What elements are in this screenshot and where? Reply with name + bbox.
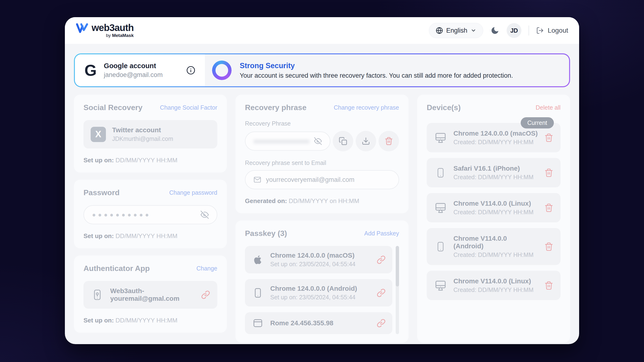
trash-icon[interactable] (544, 203, 553, 212)
recovery-phrase-field[interactable]: xxxxxxxxxxxxxxxxxx (245, 132, 330, 151)
recovery-phrase-label: Recovery Phrase (245, 120, 399, 127)
devices-title: Device(s) (427, 103, 460, 112)
provider-title: Google account (104, 62, 179, 70)
device-item: Chrome V114.0.0 (Linux) Created: DD/MM/Y… (427, 271, 560, 300)
delete-all-link[interactable]: Delete all (536, 104, 560, 111)
security-banner: G Google account janedoe@gmail.com Stro (74, 53, 570, 87)
content-area: G Google account janedoe@gmail.com Stro (65, 44, 579, 344)
x-twitter-icon: X (91, 127, 106, 142)
header: web3auth by MetaMask English (65, 17, 579, 44)
device-item: Safari V16.1 (iPhone) Created: DD/MM/YYY… (427, 158, 560, 187)
passkey-item: Chrome 124.0.0.0 (macOS) Set up on: 23/0… (245, 246, 392, 273)
passkey-scrollbar[interactable] (396, 246, 399, 334)
password-masked-value: ●●●●●●●●●● (92, 212, 196, 218)
trash-icon[interactable] (544, 168, 553, 177)
logout-icon (536, 27, 544, 34)
logout-label: Logout (548, 27, 568, 34)
google-icon: G (84, 62, 96, 78)
info-icon[interactable] (186, 66, 195, 75)
web3auth-logo-icon (76, 23, 88, 33)
desktop-icon (434, 132, 447, 144)
recovery-email-value: yourrecoveryemail@gmail.com (266, 176, 354, 184)
passkey-card: Passkey (3) Add Passkey (236, 220, 408, 343)
desktop-icon (434, 202, 447, 214)
apple-icon (252, 254, 264, 265)
passkey-item: Rome 24.456.355.98 (245, 312, 392, 334)
recovery-phrase-card: Recovery phrase Change recovery phrase R… (236, 95, 408, 213)
recovery-email-label: Recovery phrase sent to Email (245, 159, 399, 166)
devices-list: Current Chrome 124.0.0.0 (macOS) Created… (427, 123, 560, 300)
security-title: Strong Security (240, 61, 513, 70)
generated-on: Generated on: DD/MM/YYYY on HH:MM (245, 197, 399, 205)
provider-section: G Google account janedoe@gmail.com (75, 54, 205, 86)
dark-mode-toggle[interactable] (490, 26, 500, 35)
phone-icon (434, 168, 447, 178)
web3auth-logo: web3auth by MetaMask (76, 23, 134, 38)
avatar[interactable]: JD (506, 23, 522, 38)
password-card: Password Change password ●●●●●●●●●● (74, 180, 227, 248)
current-device-badge: Current (521, 117, 554, 128)
passkey-list: Chrome 124.0.0.0 (macOS) Set up on: 23/0… (245, 246, 392, 334)
change-password-link[interactable]: Change password (169, 189, 217, 196)
twitter-account-title: Twitter account (112, 126, 210, 134)
trash-icon[interactable] (544, 133, 553, 142)
download-phrase-button[interactable] (356, 131, 376, 151)
twitter-account-email: JDKmurthi@gmail.com (112, 135, 210, 142)
authenticator-title: Authenticator App (84, 264, 150, 273)
scrollbar-thumb[interactable] (396, 246, 399, 287)
device-item: Chrome V114.0.0 (Linux) Created: DD/MM/Y… (427, 193, 560, 222)
add-passkey-link[interactable]: Add Passkey (364, 230, 399, 237)
desktop-icon (434, 279, 447, 292)
authenticator-item: Web3auth-youremail@gmal.com (84, 281, 217, 309)
language-label: English (446, 27, 468, 34)
logo-name: web3auth (92, 23, 134, 32)
logout-button[interactable]: Logout (536, 27, 568, 34)
chevron-down-icon (470, 28, 476, 33)
change-authenticator-link[interactable]: Change (196, 265, 217, 272)
header-divider (528, 25, 529, 35)
phone-icon (434, 241, 447, 252)
social-recovery-title: Social Recovery (84, 103, 142, 112)
trash-icon[interactable] (544, 242, 553, 251)
authenticator-account: Web3auth-youremail@gmal.com (110, 287, 195, 303)
password-field[interactable]: ●●●●●●●●●● (84, 205, 217, 224)
security-description: Your account is secured with three recov… (240, 72, 513, 79)
recovery-phrase-title: Recovery phrase (245, 103, 306, 112)
unlink-icon[interactable] (201, 290, 210, 299)
globe-icon (436, 27, 443, 34)
phone-lock-icon (91, 289, 104, 301)
delete-phrase-button[interactable] (378, 131, 399, 151)
social-recovery-card: Social Recovery Change Social Factor X T… (74, 95, 227, 173)
eye-off-icon[interactable] (314, 137, 322, 145)
browser-icon (252, 318, 264, 328)
change-recovery-phrase-link[interactable]: Change recovery phrase (334, 104, 399, 111)
passkey-title: Passkey (3) (245, 229, 287, 238)
phone-icon (252, 288, 264, 298)
eye-off-icon[interactable] (200, 211, 209, 219)
main-panel: web3auth by MetaMask English (65, 17, 579, 344)
password-setup-on: Set up on: DD/MM/YYYY HH:MM (84, 232, 217, 240)
security-status-section: Strong Security Your account is secured … (205, 54, 569, 86)
logo-subtitle: by MetaMask (106, 33, 134, 38)
device-item: Chrome V114.0.0 (Android) Created: DD/MM… (427, 228, 560, 265)
authenticator-setup-on: Set up on: DD/MM/YYYY HH:MM (84, 317, 217, 324)
mail-icon (254, 176, 261, 184)
social-setup-on: Set up on: DD/MM/YYYY HH:MM (84, 157, 217, 164)
trash-icon[interactable] (544, 281, 553, 290)
devices-card: Device(s) Delete all Current (417, 95, 570, 343)
language-selector[interactable]: English (429, 23, 484, 38)
password-title: Password (84, 188, 120, 197)
authenticator-card: Authenticator App Change Web3auth-yourem… (74, 256, 227, 333)
change-social-factor-link[interactable]: Change Social Factor (160, 104, 217, 111)
link-icon[interactable] (376, 255, 386, 264)
provider-email: janedoe@gmail.com (104, 71, 179, 79)
recovery-email-field[interactable]: yourrecoveryemail@gmail.com (245, 170, 399, 189)
recovery-phrase-masked: xxxxxxxxxxxxxxxxxx (254, 137, 309, 145)
copy-phrase-button[interactable] (333, 131, 353, 151)
security-ring-icon (212, 60, 232, 80)
link-icon[interactable] (376, 288, 386, 297)
link-icon[interactable] (376, 319, 386, 328)
twitter-account-item: X Twitter account JDKmurthi@gmail.com (84, 120, 217, 148)
passkey-item: Chrome 124.0.0.0 (Android) Set up on: 23… (245, 279, 392, 307)
